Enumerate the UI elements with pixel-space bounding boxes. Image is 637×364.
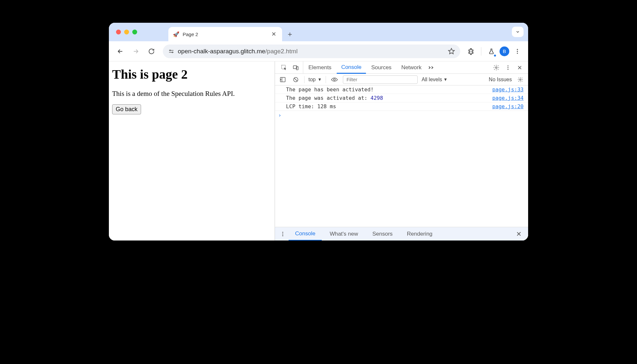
tab-title: Page 2 <box>183 32 198 37</box>
log-source-link[interactable]: page.js:34 <box>492 95 524 101</box>
profile-avatar[interactable]: B <box>500 46 509 56</box>
devtools-tab-elements[interactable]: Elements <box>304 61 336 73</box>
svg-point-15 <box>520 79 521 80</box>
labs-icon[interactable] <box>485 45 498 58</box>
page-content: This is page 2 This is a demo of the Spe… <box>109 61 275 240</box>
bookmark-star-icon[interactable] <box>448 48 455 55</box>
devtools-panel: Elements Console Sources Network <box>275 61 528 240</box>
console-toolbar: top ▼ All levels ▼ No Issues <box>275 74 528 85</box>
svg-point-10 <box>508 67 509 68</box>
svg-point-2 <box>517 49 518 50</box>
browser-window: 🚀 Page 2 ✕ ＋ open-chalk-asparagus.glitch… <box>109 23 528 240</box>
devtools-tab-bar: Elements Console Sources Network <box>275 61 528 74</box>
live-expression-icon[interactable] <box>330 75 339 84</box>
browser-tab[interactable]: 🚀 Page 2 ✕ <box>168 27 282 41</box>
window-controls <box>116 30 137 34</box>
devtools-tab-sources[interactable]: Sources <box>367 61 396 73</box>
go-back-button[interactable]: Go back <box>112 104 141 114</box>
log-source-link[interactable]: page.js:33 <box>492 86 524 93</box>
page-heading: This is page 2 <box>112 67 271 82</box>
console-sidebar-toggle-icon[interactable] <box>278 75 287 84</box>
drawer-tab-console[interactable]: Console <box>289 228 322 241</box>
url-text: open-chalk-asparagus.glitch.me/page2.htm… <box>178 48 298 55</box>
toolbar: open-chalk-asparagus.glitch.me/page2.htm… <box>109 41 528 61</box>
console-log-row: The page was activated at: 4298 page.js:… <box>275 94 528 102</box>
svg-point-11 <box>508 69 509 70</box>
tabs-dropdown-button[interactable] <box>512 27 524 37</box>
separator <box>304 76 305 83</box>
log-source-link[interactable]: page.js:20 <box>492 103 524 110</box>
more-tabs-icon[interactable] <box>427 63 436 72</box>
log-levels-selector[interactable]: All levels ▼ <box>422 77 448 83</box>
content-area: This is page 2 This is a demo of the Spe… <box>109 61 528 240</box>
address-bar[interactable]: open-chalk-asparagus.glitch.me/page2.htm… <box>163 45 460 58</box>
svg-point-3 <box>517 51 518 52</box>
new-tab-button[interactable]: ＋ <box>284 28 296 40</box>
console-prompt[interactable]: › <box>275 111 528 120</box>
svg-point-0 <box>170 50 171 51</box>
browser-menu-button[interactable] <box>511 45 524 58</box>
tab-strip: 🚀 Page 2 ✕ ＋ <box>109 23 528 41</box>
drawer-close-icon[interactable]: ✕ <box>513 230 525 238</box>
issues-button[interactable]: No Issues <box>489 77 512 83</box>
device-toolbar-icon[interactable] <box>291 63 300 72</box>
close-tab-button[interactable]: ✕ <box>270 31 278 38</box>
log-message: The page has been activated! <box>286 86 374 93</box>
devtools-menu-icon[interactable] <box>503 63 513 72</box>
svg-point-9 <box>508 65 509 66</box>
drawer-menu-icon[interactable] <box>278 229 287 239</box>
chevron-down-icon: ▼ <box>443 77 448 82</box>
console-settings-icon[interactable] <box>516 75 525 84</box>
close-window-button[interactable] <box>116 30 121 34</box>
chevron-down-icon: ▼ <box>318 77 322 82</box>
log-message: LCP time: 128 ms <box>286 103 336 110</box>
reload-button[interactable] <box>145 45 158 58</box>
forward-button[interactable] <box>129 45 143 58</box>
svg-point-17 <box>282 233 283 234</box>
separator <box>326 76 326 83</box>
svg-rect-7 <box>296 66 298 70</box>
page-body-text: This is a demo of the Speculation Rules … <box>112 90 271 98</box>
inspect-element-icon[interactable] <box>280 63 289 72</box>
drawer-tab-whatsnew[interactable]: What's new <box>323 227 364 240</box>
drawer-tab-sensors[interactable]: Sensors <box>366 227 399 240</box>
svg-point-14 <box>333 79 335 81</box>
devtools-close-icon[interactable] <box>515 63 524 72</box>
log-number: 4298 <box>370 95 383 101</box>
svg-point-1 <box>172 52 173 53</box>
drawer-tab-rendering[interactable]: Rendering <box>400 227 439 240</box>
devtools-settings-icon[interactable] <box>492 63 501 72</box>
devtools-tab-network[interactable]: Network <box>397 61 426 73</box>
tab-favicon: 🚀 <box>173 31 179 37</box>
svg-point-8 <box>496 67 497 68</box>
svg-point-18 <box>282 235 283 236</box>
console-filter-input[interactable] <box>343 75 418 84</box>
devtools-drawer: Console What's new Sensors Rendering ✕ <box>275 227 528 240</box>
console-output: The page has been activated! page.js:33 … <box>275 85 528 227</box>
log-message: The page was activated at: <box>286 95 370 101</box>
svg-point-16 <box>282 232 283 233</box>
minimize-window-button[interactable] <box>124 30 129 34</box>
devtools-tab-console[interactable]: Console <box>337 62 366 74</box>
separator <box>481 47 481 56</box>
extensions-icon[interactable] <box>465 45 477 58</box>
console-context-selector[interactable]: top ▼ <box>308 77 322 83</box>
svg-point-4 <box>517 53 518 54</box>
clear-console-icon[interactable] <box>291 75 300 84</box>
console-log-row: LCP time: 128 ms page.js:20 <box>275 102 528 111</box>
back-button[interactable] <box>113 45 127 58</box>
maximize-window-button[interactable] <box>132 30 137 34</box>
site-controls-icon[interactable] <box>168 48 175 55</box>
console-log-row: The page has been activated! page.js:33 <box>275 85 528 94</box>
